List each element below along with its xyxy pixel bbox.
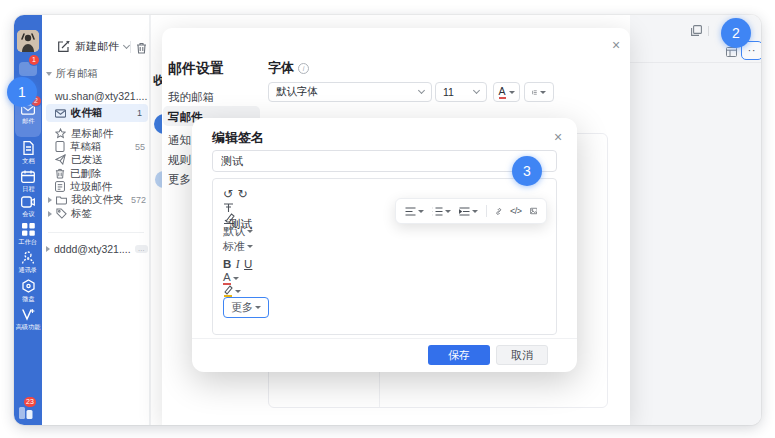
trash-icon [55, 168, 65, 179]
sidebar-item-spam[interactable]: 垃圾邮件 [55, 180, 112, 193]
sidebar-item-deleted[interactable]: 已删除 [55, 167, 102, 180]
rail-item-label: 邮件 [22, 117, 34, 124]
format-painter-icon[interactable] [223, 202, 234, 213]
redo-icon[interactable]: ↻ [238, 187, 248, 201]
app-window: 1 邮件 2 文档 日程 会议 [14, 15, 761, 425]
highlight-pen-icon [223, 285, 233, 297]
caret-down-icon [235, 290, 241, 293]
edit-signature-modal: 编辑签名 × ↺ ↻ 默认 标准 [192, 118, 577, 372]
account-secondary[interactable]: dddd@xty321.... … [46, 242, 148, 255]
highlight-color-button[interactable] [223, 285, 269, 297]
chevron-down-icon [473, 87, 480, 94]
sidebar-item-myfolders[interactable]: 我的文件夹 [48, 193, 124, 206]
myfolders-label: 我的文件夹 [71, 193, 124, 207]
rail-item-workbench[interactable]: 工作台 [15, 223, 41, 245]
content-pane: ·· [630, 15, 761, 425]
all-mailboxes-toggle[interactable]: 所有邮箱 [46, 67, 98, 80]
save-button[interactable]: 保存 [428, 345, 490, 365]
folder-panel: 新建邮件 删 所有邮箱 wu.shan@xty321.... 收件箱 1 [42, 15, 150, 425]
code-icon[interactable]: </> [510, 206, 522, 216]
rail-item-meeting[interactable]: 会议 [15, 196, 41, 217]
sidebar-item-starred[interactable]: 星标邮件 [55, 127, 113, 140]
signature-name-input[interactable] [212, 150, 557, 172]
rail-hidden-badge: 1 [29, 55, 39, 65]
myfolders-count: 572 [131, 195, 146, 205]
line-spacing-button[interactable] [524, 82, 554, 102]
meeting-icon [21, 196, 35, 208]
modal-close-button[interactable]: × [554, 130, 562, 144]
twisty-right-icon [48, 197, 52, 203]
grid-icon [22, 223, 35, 236]
rail-item-label: 高级功能 [16, 323, 41, 330]
sent-label: 已发送 [71, 153, 103, 167]
underline-button[interactable]: U [244, 258, 252, 270]
layout-icon[interactable] [726, 47, 737, 57]
account-primary[interactable]: wu.shan@xty321.... [55, 89, 147, 102]
text-color-icon: A [223, 272, 231, 285]
font-size-select[interactable]: 11 [435, 82, 487, 102]
image-icon[interactable] [530, 206, 537, 216]
folder-icon [56, 195, 67, 205]
rail-item-contacts[interactable]: 通讯录 [15, 251, 41, 273]
starred-label: 星标邮件 [71, 127, 113, 141]
annotation-step-2: 2 [721, 18, 751, 48]
text-color-button[interactable]: A [223, 272, 269, 285]
caret-down-icon [418, 210, 424, 213]
italic-button[interactable]: I [236, 258, 240, 270]
font-section-title: 字体 [268, 59, 294, 77]
font-color-button[interactable]: A [493, 82, 520, 102]
indent-button[interactable] [459, 207, 478, 216]
drafts-label: 草稿箱 [70, 140, 102, 154]
compose-button[interactable]: 新建邮件 [57, 39, 129, 54]
rail-item-label: 微盘 [22, 295, 34, 302]
font-family-select[interactable]: 默认字体 [268, 82, 432, 102]
rail-item-drive[interactable]: 微盘 [15, 279, 41, 302]
editor-more-button[interactable]: 更多 [223, 297, 269, 318]
cancel-button[interactable]: 取消 [496, 345, 548, 365]
send-icon [55, 154, 66, 165]
inbox-icon [55, 109, 66, 118]
avatar[interactable] [17, 30, 39, 52]
caret-down-icon [540, 91, 546, 94]
align-button[interactable] [405, 207, 424, 216]
account-more-icon[interactable]: … [135, 245, 148, 253]
rail-item-label: 会议 [22, 210, 34, 217]
undo-icon[interactable]: ↺ [223, 187, 233, 201]
rail-item-label: 日程 [22, 185, 34, 192]
settings-nav-mymailbox[interactable]: 我的邮箱 [168, 90, 268, 105]
pane-header-divider [630, 62, 761, 63]
rail-item-advanced[interactable]: 高级功能 [15, 308, 41, 330]
pane-toolbar-divider [708, 26, 709, 36]
font-size-value: 11 [443, 86, 454, 98]
popout-icon[interactable] [691, 25, 702, 36]
link-icon[interactable] [495, 206, 502, 217]
caret-down-icon [472, 210, 478, 213]
bold-button[interactable]: B [223, 258, 231, 270]
settings-close-button[interactable]: × [612, 38, 620, 52]
trash-icon [136, 42, 147, 54]
sidebar-item-inbox[interactable]: 收件箱 [46, 104, 148, 122]
rail-item-label: 文档 [22, 157, 34, 164]
sidebar-item-tags[interactable]: 标签 [48, 207, 92, 220]
align-icon [405, 207, 416, 216]
inbox-count: 1 [137, 108, 142, 118]
rail-org-badge: 23 [24, 397, 36, 407]
rail-item-calendar[interactable]: 日程 [15, 170, 41, 192]
editor-more-popover: </> [395, 198, 547, 224]
editor-size-select[interactable]: 标准 [223, 239, 269, 254]
sidebar-item-sent[interactable]: 已发送 [55, 153, 103, 166]
account-primary-label: wu.shan@xty321.... [55, 90, 147, 102]
sidebar-item-drafts[interactable]: 草稿箱 [55, 140, 102, 153]
editor-more-label: 更多 [231, 300, 253, 315]
settings-title: 邮件设置 [168, 60, 224, 78]
list-button[interactable] [432, 207, 451, 216]
rail-item-label: 通讯录 [19, 266, 38, 273]
calendar-icon [21, 170, 35, 183]
editor-body-text[interactable]: 测试 [229, 217, 252, 232]
rail-item-docs[interactable]: 文档 [15, 141, 41, 164]
info-icon: i [298, 63, 309, 74]
modal-footer-divider [192, 338, 577, 339]
drafts-count: 55 [135, 142, 145, 152]
list-icon [432, 207, 443, 216]
toolbar-divider [130, 41, 131, 53]
